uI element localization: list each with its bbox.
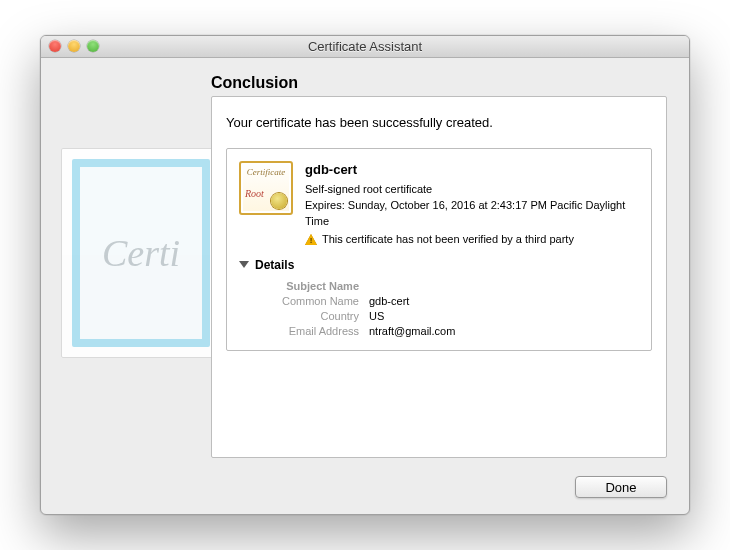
detail-value: ntraft@gmail.com (369, 325, 455, 337)
certificate-name: gdb-cert (305, 161, 639, 180)
detail-row: Subject Name (261, 280, 639, 292)
content-panel: Your certificate has been successfully c… (211, 96, 667, 458)
close-button[interactable] (49, 40, 61, 52)
certificate-icon-root-label: Root (245, 188, 264, 199)
detail-row: Country US (261, 310, 639, 322)
window-body: Certi Conclusion Your certificate has be… (41, 58, 689, 514)
detail-row: Email Address ntraft@gmail.com (261, 325, 639, 337)
certificate-illustration: Certi (61, 148, 221, 358)
details-label: Details (255, 258, 294, 272)
certificate-seal-icon (271, 193, 287, 209)
detail-value: gdb-cert (369, 295, 409, 307)
detail-row: Common Name gdb-cert (261, 295, 639, 307)
certificate-warning-text: This certificate has not been verified b… (322, 232, 574, 248)
certificate-summary-box: Root gdb-cert Self-signed root certifica… (226, 148, 652, 351)
detail-key: Email Address (261, 325, 369, 337)
certificate-warning-row: This certificate has not been verified b… (305, 232, 639, 248)
success-message: Your certificate has been successfully c… (226, 115, 652, 130)
detail-key: Common Name (261, 295, 369, 307)
disclosure-triangle-icon (239, 261, 249, 268)
certificate-illustration-text: Certi (102, 231, 180, 275)
certificate-assistant-window: Certificate Assistant Certi Conclusion Y… (40, 35, 690, 515)
detail-key: Country (261, 310, 369, 322)
warning-icon (305, 234, 317, 245)
window-title: Certificate Assistant (308, 39, 422, 54)
details-toggle[interactable]: Details (239, 258, 639, 272)
details-grid: Subject Name Common Name gdb-cert Countr… (261, 280, 639, 337)
page-title: Conclusion (211, 74, 298, 92)
minimize-button[interactable] (68, 40, 80, 52)
footer: Done (575, 476, 667, 498)
titlebar: Certificate Assistant (41, 36, 689, 58)
certificate-icon: Root (239, 161, 293, 215)
detail-value: US (369, 310, 384, 322)
certificate-illustration-frame: Certi (72, 159, 210, 347)
certificate-expiry: Expires: Sunday, October 16, 2016 at 2:4… (305, 198, 639, 230)
certificate-header: Root gdb-cert Self-signed root certifica… (239, 161, 639, 248)
detail-section-header: Subject Name (261, 280, 369, 292)
zoom-button[interactable] (87, 40, 99, 52)
traffic-lights (49, 40, 99, 52)
certificate-type: Self-signed root certificate (305, 182, 639, 198)
certificate-metadata: gdb-cert Self-signed root certificate Ex… (305, 161, 639, 248)
done-button[interactable]: Done (575, 476, 667, 498)
